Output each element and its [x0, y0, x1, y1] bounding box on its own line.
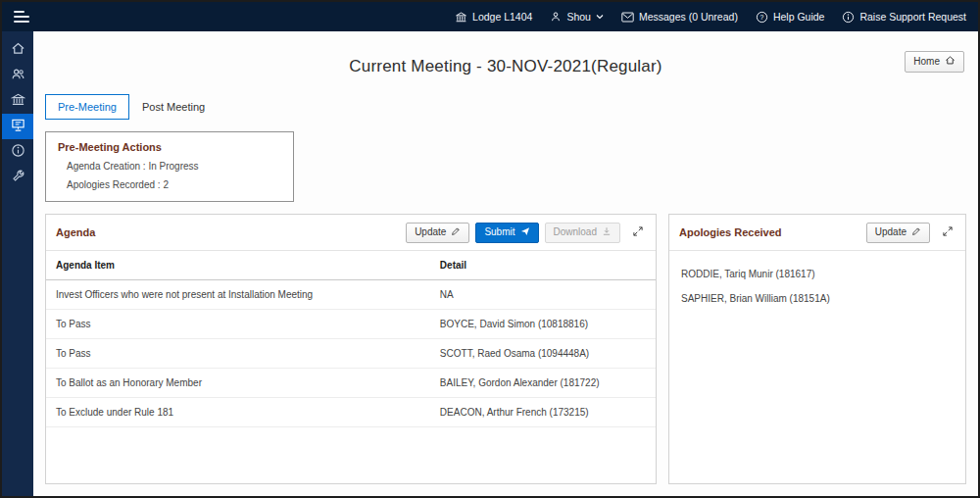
list-item[interactable]: SAPHIER, Brian William (18151A)	[669, 285, 965, 310]
agenda-download-button[interactable]: Download	[545, 223, 620, 243]
user-icon	[550, 11, 562, 23]
table-row[interactable]: To Ballot as an Honorary Member BAILEY, …	[46, 369, 656, 398]
support-label: Raise Support Request	[859, 11, 966, 23]
sidebar-item-tools[interactable]	[2, 165, 33, 190]
download-icon	[602, 226, 612, 239]
page-title: Current Meeting - 30-NOV-2021(Regular)	[45, 57, 966, 76]
apologies-title: Apologies Received	[679, 226, 860, 238]
user-menu[interactable]: Shou	[550, 11, 604, 23]
agenda-item: To Pass	[46, 310, 430, 339]
edit-icon	[911, 226, 921, 239]
sidebar-item-members[interactable]	[2, 63, 33, 88]
user-label: Shou	[566, 11, 591, 23]
app-window: Lodge L1404 Shou Messages (0 Unread) ? H…	[0, 0, 980, 498]
tools-icon	[11, 169, 25, 187]
agenda-detail: BOYCE, David Simon (10818816)	[430, 310, 656, 339]
expand-icon	[632, 225, 644, 240]
lodge-icon	[11, 92, 25, 111]
lodge-selector[interactable]: Lodge L1404	[455, 11, 532, 24]
agenda-submit-label: Submit	[484, 226, 514, 238]
meeting-tabs: Pre-Meeting Post Meeting	[45, 94, 966, 120]
chevron-down-icon	[596, 14, 604, 20]
apologies-recorded-count: Apologies Recorded : 2	[67, 179, 281, 190]
home-button-label: Home	[913, 56, 940, 68]
apologies-update-label: Update	[875, 226, 906, 238]
main-content: Current Meeting - 30-NOV-2021(Regular) H…	[33, 31, 978, 496]
table-row[interactable]: Invest Officers who were not present at …	[46, 280, 656, 310]
sidebar-item-home[interactable]	[2, 37, 33, 63]
agenda-submit-button[interactable]: Submit	[475, 223, 538, 243]
tab-post-meeting[interactable]: Post Meeting	[129, 94, 218, 120]
agenda-table-header-row: Agenda Item Detail	[46, 251, 656, 280]
home-icon	[11, 41, 25, 60]
expand-icon	[942, 225, 954, 240]
agenda-item: To Exclude under Rule 181	[46, 398, 430, 427]
agenda-item: To Pass	[46, 339, 430, 369]
svg-text:?: ?	[760, 13, 763, 20]
meetings-icon	[11, 118, 25, 136]
home-icon	[945, 55, 956, 69]
agenda-detail: BAILEY, Gordon Alexander (181722)	[430, 369, 656, 398]
agenda-col-detail: Detail	[430, 251, 656, 280]
panels-row: Agenda Update Submit Download	[45, 214, 966, 484]
agenda-title: Agenda	[56, 226, 400, 238]
lodge-icon	[455, 11, 467, 24]
agenda-item: To Ballot as an Honorary Member	[46, 369, 430, 398]
agenda-table: Agenda Item Detail Invest Officers who w…	[46, 251, 656, 427]
agenda-creation-status: Agenda Creation : In Progress	[67, 161, 281, 172]
agenda-detail: SCOTT, Raed Osama (1094448A)	[430, 339, 656, 369]
info-circle-icon	[842, 11, 855, 24]
agenda-item: Invest Officers who were not present at …	[46, 280, 430, 310]
agenda-detail: DEACON, Arthur French (173215)	[430, 398, 656, 427]
table-row[interactable]: To Pass SCOTT, Raed Osama (1094448A)	[46, 339, 656, 369]
raise-support-link[interactable]: Raise Support Request	[842, 11, 966, 24]
pre-meeting-actions-title: Pre-Meeting Actions	[58, 141, 281, 153]
table-row[interactable]: To Exclude under Rule 181 DEACON, Arthur…	[46, 398, 656, 427]
apologies-expand-button[interactable]	[940, 224, 956, 242]
list-item[interactable]: RODDIE, Tariq Munir (181617)	[669, 261, 965, 285]
tab-pre-meeting[interactable]: Pre-Meeting	[45, 94, 129, 120]
sidebar-item-info[interactable]	[2, 139, 33, 165]
sidebar-item-meetings[interactable]	[2, 114, 33, 139]
help-guide-link[interactable]: ? Help Guide	[756, 11, 825, 24]
apologies-update-button[interactable]: Update	[866, 223, 930, 243]
apologies-panel-header: Apologies Received Update	[669, 215, 965, 251]
agenda-update-button[interactable]: Update	[406, 223, 469, 243]
messages-label: Messages (0 Unread)	[639, 11, 738, 23]
edit-icon	[451, 226, 461, 239]
agenda-col-item: Agenda Item	[46, 251, 430, 280]
agenda-expand-button[interactable]	[630, 224, 646, 242]
agenda-download-label: Download	[554, 226, 597, 238]
agenda-panel: Agenda Update Submit Download	[45, 214, 657, 484]
body: Current Meeting - 30-NOV-2021(Regular) H…	[2, 31, 978, 496]
table-row[interactable]: To Pass BOYCE, David Simon (10818816)	[46, 310, 656, 339]
info-icon	[11, 143, 25, 162]
lodge-label: Lodge L1404	[472, 11, 532, 23]
pre-meeting-actions-box: Pre-Meeting Actions Agenda Creation : In…	[45, 131, 294, 202]
apologies-list: RODDIE, Tariq Munir (181617) SAPHIER, Br…	[669, 251, 965, 310]
members-icon	[11, 67, 25, 85]
top-bar: Lodge L1404 Shou Messages (0 Unread) ? H…	[2, 2, 978, 31]
apologies-panel: Apologies Received Update RODDIE, Tariq …	[668, 214, 966, 484]
sidebar	[2, 31, 33, 496]
messages-link[interactable]: Messages (0 Unread)	[621, 11, 738, 23]
question-circle-icon: ?	[756, 11, 768, 24]
sidebar-item-lodge[interactable]	[2, 88, 33, 114]
home-button[interactable]: Home	[905, 51, 964, 73]
menu-icon[interactable]	[14, 11, 29, 23]
help-label: Help Guide	[773, 11, 825, 23]
submit-icon	[520, 226, 530, 239]
envelope-icon	[621, 12, 634, 23]
agenda-update-label: Update	[415, 226, 446, 238]
agenda-panel-header: Agenda Update Submit Download	[46, 215, 656, 251]
agenda-detail: NA	[430, 280, 656, 310]
